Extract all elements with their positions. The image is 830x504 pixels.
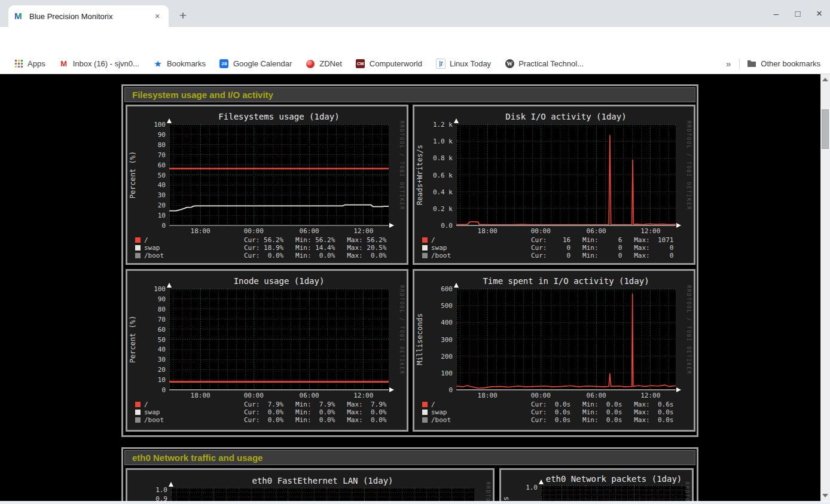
bookmark-zdnet[interactable]: ZDNet <box>306 59 342 69</box>
svg-text:Milliseconds: Milliseconds <box>416 313 424 365</box>
calendar-icon: 28 <box>219 59 229 69</box>
svg-text:60: 60 <box>158 326 166 334</box>
bookmarks-overflow-icon[interactable]: » <box>726 59 731 69</box>
svg-text:/: / <box>431 401 435 408</box>
svg-text:1.2 k: 1.2 k <box>433 121 453 129</box>
svg-text:Percent (%): Percent (%) <box>129 316 137 363</box>
svg-text:12:00: 12:00 <box>353 227 373 235</box>
bookmark-computerworld[interactable]: CWComputerworld <box>356 59 422 69</box>
bookmark-google-calendar[interactable]: 28Google Calendar <box>219 59 292 69</box>
svg-text:00:00: 00:00 <box>531 227 551 235</box>
svg-text:Cur: 0 Min: 0 Max:: Cur: 0 Min: 0 Max: 0 <box>531 244 673 252</box>
svg-text:Filesystems usage (1day): Filesystems usage (1day) <box>218 112 339 121</box>
folder-icon <box>747 59 756 69</box>
svg-text:40: 40 <box>158 181 166 189</box>
browser-tab[interactable]: MM Blue Precision Monitorix × <box>8 5 169 27</box>
wordpress-icon: W <box>505 59 514 69</box>
svg-text:/: / <box>144 236 148 244</box>
svg-text:12:00: 12:00 <box>353 392 373 399</box>
svg-text:06:00: 06:00 <box>587 227 606 235</box>
star-blue-icon: ★ <box>153 59 163 69</box>
svg-text:30: 30 <box>158 356 166 364</box>
svg-text:Cur: 0.0% Min: 0.0% Max:: Cur: 0.0% Min: 0.0% Max: 0.0% <box>244 408 387 416</box>
svg-text:0: 0 <box>161 222 166 230</box>
svg-text:0.0: 0.0 <box>441 222 453 230</box>
svg-text:600: 600 <box>441 285 453 293</box>
svg-text:80: 80 <box>158 306 166 313</box>
svg-text:Cur: 0.0s Min: 0.0s Max:: Cur: 0.0s Min: 0.0s Max: 0.0s <box>531 408 673 416</box>
svg-text:Cur: 0.0s Min: 0.0s Max:: Cur: 0.0s Min: 0.0s Max: 0.0s <box>531 416 673 424</box>
svg-text:300: 300 <box>441 336 453 344</box>
svg-text:18:00: 18:00 <box>191 227 210 235</box>
svg-text:swap: swap <box>144 244 160 252</box>
svg-text:00:00: 00:00 <box>244 227 264 235</box>
svg-text:RRDTOOL / TOBI OETIKER: RRDTOOL / TOBI OETIKER <box>399 285 404 375</box>
svg-text:swap: swap <box>431 244 447 252</box>
svg-text:0.4 k: 0.4 k <box>433 188 453 196</box>
cw-icon: CW <box>356 59 365 69</box>
svg-text:0.8 k: 0.8 k <box>433 154 453 162</box>
scrollbar-thumb[interactable] <box>822 109 829 149</box>
svg-text:RRDTOOL / TOBI OETIKER: RRDTOOL / TOBI OETIKER <box>684 482 689 501</box>
svg-text:s/s: s/s <box>502 496 510 501</box>
graph-panel-eth0-lan[interactable]: 1.00.9eth0 FastEthernet LAN (1day)RRDTOO… <box>126 468 495 501</box>
svg-text:100: 100 <box>154 285 166 293</box>
graph-panel-eth0-packets[interactable]: 1.0eth0 Network packets (1day)s/sRRDTOOL… <box>499 468 694 501</box>
svg-text:06:00: 06:00 <box>300 392 319 399</box>
svg-text:0: 0 <box>448 386 453 394</box>
linux-today-icon: |t <box>436 59 445 69</box>
svg-text:/boot: /boot <box>431 416 451 424</box>
svg-text:eth0 Network packets (1day): eth0 Network packets (1day) <box>546 474 682 484</box>
svg-text:50: 50 <box>158 172 166 179</box>
svg-text:100: 100 <box>441 369 453 377</box>
svg-text:Cur: 16 Min: 6 Max:: Cur: 16 Min: 6 Max: 1071 <box>531 236 673 244</box>
svg-text:10: 10 <box>158 212 166 219</box>
zdnet-icon <box>306 59 315 69</box>
apps-grid-icon <box>14 59 23 69</box>
tab-close-icon[interactable]: × <box>152 11 163 21</box>
monitorix-favicon: MM <box>14 11 24 21</box>
svg-text:RRDTOOL / TOBI OETIKER: RRDTOOL / TOBI OETIKER <box>485 482 490 501</box>
svg-text:1.0: 1.0 <box>526 484 538 491</box>
other-bookmarks-button[interactable]: Other bookmarks <box>747 59 820 69</box>
svg-text:/: / <box>144 401 148 408</box>
svg-text:Time spent in I/O activity (1: Time spent in I/O activity (1day) <box>483 276 649 286</box>
svg-text:RRDTOOL / TOBI OETIKER: RRDTOOL / TOBI OETIKER <box>686 285 691 375</box>
svg-text:70: 70 <box>158 151 166 159</box>
svg-text:10: 10 <box>158 376 166 384</box>
svg-text:RRDTOOL / TOBI OETIKER: RRDTOOL / TOBI OETIKER <box>686 121 691 210</box>
graph-panel-time-spent-io[interactable]: 010020030040050060018:0000:0006:0012:00T… <box>413 269 695 432</box>
bookmark-bookmarks[interactable]: ★Bookmarks <box>153 59 206 69</box>
svg-text:06:00: 06:00 <box>587 392 606 399</box>
graph-panel-inode-usage[interactable]: 010203040506070809010018:0000:0006:0012:… <box>126 269 408 432</box>
svg-text:40: 40 <box>158 346 166 353</box>
bookmark-linux-today[interactable]: |tLinux Today <box>436 59 491 69</box>
svg-text:500: 500 <box>441 302 453 310</box>
svg-text:Cur: 7.9% Min: 7.9% Max:: Cur: 7.9% Min: 7.9% Max: 7.9% <box>244 401 387 408</box>
svg-text:12:00: 12:00 <box>640 227 660 235</box>
bookmark-practical-technol[interactable]: WPractical Technol... <box>505 59 584 69</box>
svg-text:0.6 k: 0.6 k <box>433 172 453 179</box>
graph-panel-disk-io[interactable]: 0.00.2 k0.4 k0.6 k0.8 k1.0 k1.2 k18:0000… <box>413 105 695 265</box>
new-tab-button[interactable]: + <box>175 7 191 24</box>
svg-text:100: 100 <box>154 121 166 129</box>
svg-text:20: 20 <box>158 366 166 374</box>
window-maximize-icon[interactable]: □ <box>789 6 807 22</box>
gmail-icon: M <box>59 59 69 69</box>
svg-text:eth0 FastEthernet LAN (1day): eth0 FastEthernet LAN (1day) <box>252 476 393 485</box>
graph-panel-filesystems-usage[interactable]: 010203040506070809010018:0000:0006:0012:… <box>126 105 408 265</box>
bookmarks-bar: AppsMInbox (16) - sjvn0...★Bookmarks28Go… <box>0 54 830 74</box>
scrollbar-up-icon[interactable] <box>822 78 828 81</box>
scrollbar-down-icon[interactable] <box>822 494 828 497</box>
svg-text:18:00: 18:00 <box>478 227 498 235</box>
svg-text:0.9: 0.9 <box>155 495 167 501</box>
svg-text:/boot: /boot <box>144 252 164 259</box>
svg-text:20: 20 <box>158 201 166 209</box>
window-close-icon[interactable]: × <box>810 6 828 22</box>
bookmark-apps[interactable]: Apps <box>14 59 45 69</box>
tab-title: Blue Precision Monitorix <box>29 12 152 21</box>
svg-text:/boot: /boot <box>144 416 164 424</box>
window-minimize-icon[interactable]: – <box>767 6 785 22</box>
svg-text:Cur: 0 Min: 0 Max:: Cur: 0 Min: 0 Max: 0 <box>531 252 673 259</box>
bookmark-inbox-16-sjvn0[interactable]: MInbox (16) - sjvn0... <box>59 59 139 69</box>
